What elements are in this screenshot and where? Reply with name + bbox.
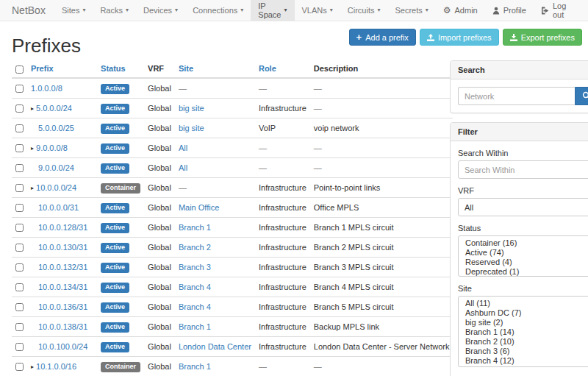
select-all-checkbox[interactable] <box>15 65 24 74</box>
listbox-option[interactable]: Branch 3 (6) <box>459 347 588 356</box>
prefix-link[interactable]: 9.0.0.0/24 <box>38 163 74 172</box>
column-header-site[interactable]: Site <box>175 60 255 78</box>
table-row: 10.0.0.132/31ActiveGlobalBranch 3Infrast… <box>12 257 453 277</box>
row-checkbox[interactable] <box>15 263 24 272</box>
nav-item-secrets[interactable]: Secrets▾ <box>387 0 435 21</box>
table-row: 10.0.0.0/31ActiveGlobalMain OfficeInfras… <box>12 197 453 217</box>
site-link[interactable]: Branch 4 <box>179 283 211 291</box>
status-cell: Active <box>97 118 144 138</box>
site-link[interactable]: Branch 1 <box>179 362 211 371</box>
prefix-link[interactable]: 9.0.0.0/8 <box>36 143 68 152</box>
user-icon <box>492 7 500 15</box>
row-checkbox[interactable] <box>15 283 24 291</box>
site-listbox[interactable]: All (11)Ashburn DC (7)big site (2)Branch… <box>458 296 588 367</box>
listbox-option[interactable]: Ashburn DC (7) <box>459 308 588 318</box>
search-button[interactable] <box>575 87 588 105</box>
site-link[interactable]: Branch 1 <box>179 322 211 331</box>
nav-item-devices[interactable]: Devices▾ <box>136 0 185 21</box>
listbox-option[interactable]: Reserved (4) <box>459 258 588 267</box>
prefix-link[interactable]: 10.0.0.130/31 <box>38 243 87 252</box>
role-cell: — <box>255 138 310 157</box>
prefix-link[interactable]: 10.0.0.136/31 <box>38 302 87 311</box>
site-link[interactable]: London Data Center <box>179 342 251 351</box>
prefix-link[interactable]: 10.0.0.132/31 <box>38 263 87 272</box>
vrf-select[interactable]: All ▾ <box>458 198 588 216</box>
nav-menu: Sites▾Racks▾Devices▾Connections▾IP Space… <box>54 0 436 21</box>
status-cell: Active <box>97 78 144 99</box>
site-link[interactable]: big site <box>179 104 204 113</box>
prefix-link[interactable]: 10.0.0.138/31 <box>38 322 87 331</box>
prefix-link[interactable]: 10.0.100.0/24 <box>38 342 87 351</box>
row-checkbox[interactable] <box>15 124 24 132</box>
listbox-option[interactable]: Branch 5 (7) <box>459 366 588 367</box>
profile-link[interactable]: Profile <box>485 0 534 21</box>
prefix-cell: 10.0.0.136/31 <box>27 297 97 316</box>
add-prefix-button[interactable]: + Add a prefix <box>349 29 416 46</box>
column-header-prefix[interactable]: Prefix <box>27 60 97 78</box>
empty-value: — <box>259 362 267 371</box>
listbox-option[interactable]: big site (2) <box>459 318 588 327</box>
nav-item-circuits[interactable]: Circuits▾ <box>340 0 388 21</box>
nav-item-vlans[interactable]: VLANs▾ <box>295 0 340 21</box>
row-checkbox[interactable] <box>15 144 24 152</box>
row-checkbox[interactable] <box>15 164 24 172</box>
nav-item-connections[interactable]: Connections▾ <box>185 0 251 21</box>
prefix-link[interactable]: 10.0.0.134/31 <box>38 283 87 291</box>
site-link[interactable]: big site <box>179 124 204 132</box>
column-header-role[interactable]: Role <box>255 60 310 78</box>
brand[interactable]: NetBox <box>0 0 54 21</box>
row-checkbox[interactable] <box>15 244 24 252</box>
search-within-input[interactable] <box>458 160 588 179</box>
row-checkbox[interactable] <box>15 85 24 93</box>
row-checkbox[interactable] <box>15 363 24 371</box>
site-link[interactable]: Main Office <box>179 203 219 212</box>
listbox-option[interactable]: Branch 2 (10) <box>459 337 588 347</box>
listbox-option[interactable]: Branch 1 (14) <box>459 327 588 337</box>
prefix-link[interactable]: 5.0.0.0/24 <box>36 104 72 113</box>
status-cell: Active <box>97 157 144 177</box>
prefix-cell: ▸5.0.0.0/24 <box>27 98 97 118</box>
site-link[interactable]: All <box>179 143 187 152</box>
column-header-status[interactable]: Status <box>97 60 144 78</box>
search-input[interactable] <box>458 87 575 105</box>
vrf-cell: Global <box>144 217 175 237</box>
nav-item-ip-space[interactable]: IP Space▾ <box>251 0 294 21</box>
row-checkbox[interactable] <box>15 184 24 192</box>
prefix-link[interactable]: 10.0.0.0/24 <box>36 183 76 192</box>
row-checkbox[interactable] <box>15 224 24 232</box>
prefix-link[interactable]: 10.0.0.0/31 <box>38 203 79 212</box>
site-link[interactable]: Branch 4 <box>179 302 211 311</box>
role-cell: Infrastructure <box>255 297 310 316</box>
logout-link[interactable]: Log out <box>534 0 582 21</box>
prefix-link[interactable]: 10.0.0.128/31 <box>38 223 87 232</box>
status-listbox[interactable]: Container (16)Active (74)Reserved (4)Dep… <box>458 235 588 277</box>
indent <box>31 249 38 250</box>
prefix-link[interactable]: 5.0.0.0/25 <box>38 124 74 132</box>
listbox-option[interactable]: Container (16) <box>459 238 588 248</box>
vrf-cell: Global <box>144 356 175 376</box>
import-prefixes-button[interactable]: Import prefixes <box>420 29 499 46</box>
site-link[interactable]: Branch 1 <box>179 223 211 232</box>
empty-value: — <box>314 104 322 113</box>
nav-item-sites[interactable]: Sites▾ <box>54 0 93 21</box>
prefix-link[interactable]: 1.0.0.0/8 <box>31 84 62 93</box>
listbox-option[interactable]: Deprecated (1) <box>459 267 588 277</box>
checkbox-cell <box>12 217 27 237</box>
row-checkbox[interactable] <box>15 303 24 311</box>
chevron-down-icon: ▾ <box>426 7 429 13</box>
row-checkbox[interactable] <box>15 104 24 113</box>
admin-link[interactable]: ⚙ Admin <box>436 0 485 21</box>
row-checkbox[interactable] <box>15 323 24 331</box>
export-prefixes-button[interactable]: Export prefixes <box>503 29 582 46</box>
row-checkbox[interactable] <box>15 343 24 351</box>
listbox-option[interactable]: Branch 4 (12) <box>459 356 588 366</box>
site-link[interactable]: Branch 3 <box>179 263 211 272</box>
site-link[interactable]: All <box>179 163 187 172</box>
listbox-option[interactable]: Active (74) <box>459 248 588 258</box>
nav-item-racks[interactable]: Racks▾ <box>93 0 136 21</box>
row-checkbox[interactable] <box>15 204 24 212</box>
search-panel: Search <box>450 60 588 113</box>
listbox-option[interactable]: All (11) <box>459 299 588 308</box>
prefix-link[interactable]: 10.1.0.0/16 <box>36 362 76 371</box>
site-link[interactable]: Branch 2 <box>179 243 211 252</box>
